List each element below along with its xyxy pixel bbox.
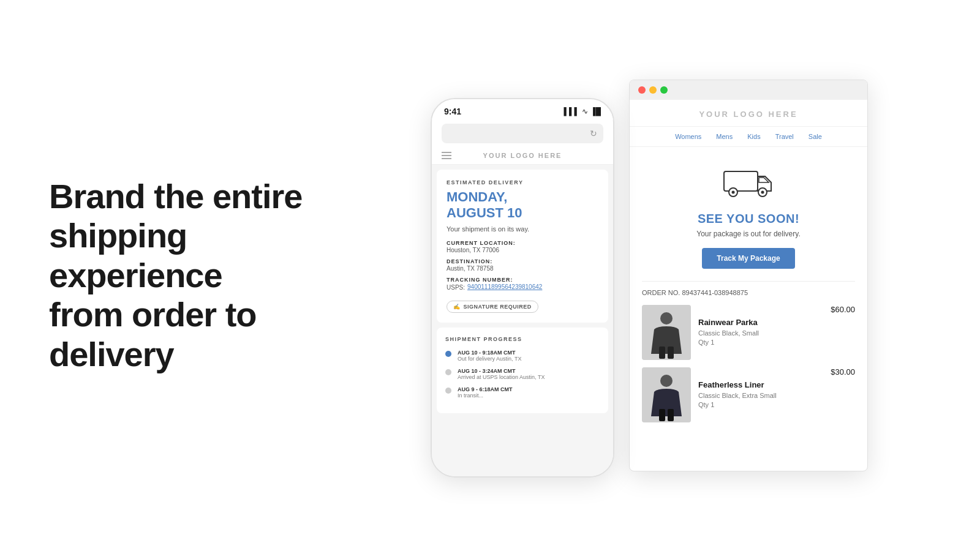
nav-womens[interactable]: Womens (675, 133, 701, 140)
progress-dot-2 (445, 369, 451, 375)
progress-item-1: AUG 10 - 9:18AM CMT Out for delivery Aus… (445, 350, 600, 362)
progress-item-2: AUG 10 - 3:24AM CMT Arrived at USPS loca… (445, 368, 600, 380)
progress-time-1: AUG 10 - 9:18AM CMT (458, 350, 521, 356)
tracking-card: ESTIMATED DELIVERY MONDAY, AUGUST 10 You… (437, 170, 608, 323)
wifi-icon: ∿ (582, 107, 588, 116)
phone-content: ESTIMATED DELIVERY MONDAY, AUGUST 10 You… (432, 165, 613, 476)
tracking-number[interactable]: 9400111899564239810642 (467, 283, 542, 290)
mockups-container: 9:41 ▌▌▌ ∿ ▐█ ↻ YOUR LOGO HERE ESTIMATED… (343, 73, 980, 478)
order-item-1-variant: Classic Black, Small Qty 1 (698, 329, 823, 348)
progress-item-3: AUG 9 - 6:18AM CMT In transit... (445, 386, 600, 399)
delivery-date: MONDAY, AUGUST 10 (447, 189, 598, 222)
headline-line3: from order to (49, 295, 257, 334)
phone-status-bar: 9:41 ▌▌▌ ∿ ▐█ (432, 99, 613, 120)
phone-time: 9:41 (444, 107, 461, 116)
svg-rect-8 (668, 347, 674, 359)
order-item-2-variant: Classic Black, Extra Small Qty 1 (698, 391, 823, 410)
browser-close-dot[interactable] (638, 86, 646, 94)
current-location-row: CURRENT LOCATION: Houston, TX 77006 (447, 240, 598, 253)
browser-nav: Womens Mens Kids Travel Sale (630, 127, 867, 147)
browser-expand-dot[interactable] (660, 86, 668, 94)
order-item-1: Rainwear Parka Classic Black, Small Qty … (642, 305, 855, 360)
nav-mens[interactable]: Mens (716, 133, 733, 140)
current-location-value: Houston, TX 77006 (447, 247, 598, 253)
nav-travel[interactable]: Travel (775, 133, 794, 140)
progress-desc-2: Arrived at USPS location Austin, TX (458, 374, 545, 380)
order-item-1-details: Rainwear Parka Classic Black, Small Qty … (698, 318, 823, 348)
progress-time-2: AUG 10 - 3:24AM CMT (458, 368, 545, 374)
truck-icon (721, 159, 776, 204)
destination-label: DESTINATION: (447, 258, 598, 264)
signal-icon: ▌▌▌ (564, 107, 579, 116)
progress-label: SHIPMENT PROGRESS (445, 336, 600, 342)
destination-row: DESTINATION: Austin, TX 78758 (447, 258, 598, 272)
left-section: Brand the entire shipping experience fro… (0, 177, 343, 374)
svg-rect-0 (724, 171, 758, 191)
phone-icons: ▌▌▌ ∿ ▐█ (564, 107, 601, 116)
order-item-2-details: Featherless Liner Classic Black, Extra S… (698, 380, 823, 410)
destination-value: Austin, TX 78758 (447, 265, 598, 272)
tracking-label: TRACKING NUMBER: (447, 277, 598, 283)
progress-desc-3: In transit... (458, 392, 513, 399)
refresh-icon[interactable]: ↻ (590, 129, 597, 138)
phone-nav: YOUR LOGO HERE (432, 148, 613, 165)
browser-logo: YOUR LOGO HERE (642, 110, 855, 119)
battery-icon: ▐█ (590, 107, 601, 116)
signature-label: SIGNATURE REQUIRED (464, 304, 532, 310)
shipment-status: Your shipment is on its way. (447, 225, 598, 233)
phone-logo: YOUR LOGO HERE (483, 152, 562, 159)
progress-time-3: AUG 9 - 6:18AM CMT (458, 386, 513, 392)
order-item-2-name: Featherless Liner (698, 380, 823, 389)
email-content: SEE YOU SOON! Your package is out for de… (630, 147, 867, 471)
browser-minimize-dot[interactable] (649, 86, 657, 94)
browser-mockup: YOUR LOGO HERE Womens Mens Kids Travel S… (629, 80, 868, 471)
order-item-1-image (642, 305, 691, 360)
see-you-soon: SEE YOU SOON! (698, 212, 799, 226)
signature-badge: ✍ SIGNATURE REQUIRED (447, 301, 538, 313)
svg-point-2 (732, 191, 735, 194)
browser-chrome (630, 80, 867, 100)
svg-rect-11 (659, 409, 665, 421)
svg-point-10 (660, 375, 673, 387)
svg-rect-7 (659, 347, 665, 359)
progress-dot-active (445, 351, 451, 357)
headline-line1: Brand the entire (49, 177, 302, 216)
svg-point-6 (660, 312, 673, 324)
browser-body: YOUR LOGO HERE Womens Mens Kids Travel S… (630, 100, 867, 471)
current-location-label: CURRENT LOCATION: (447, 240, 598, 246)
phone-search-bar[interactable]: ↻ (442, 124, 603, 143)
svg-rect-12 (668, 409, 674, 421)
headline: Brand the entire shipping experience fro… (49, 177, 343, 374)
headline-line2: shipping experience (49, 216, 222, 294)
nav-sale[interactable]: Sale (809, 133, 822, 140)
order-item-2: Featherless Liner Classic Black, Extra S… (642, 367, 855, 422)
signature-icon: ✍ (453, 304, 461, 310)
order-item-1-name: Rainwear Parka (698, 318, 823, 327)
headline-line4: delivery (49, 335, 174, 373)
track-package-button[interactable]: Track My Package (702, 248, 794, 269)
order-number: ORDER NO. 89437441-038948875 (642, 289, 748, 296)
order-item-2-price: $30.00 (831, 367, 855, 377)
progress-desc-1: Out for delivery Austin, TX (458, 356, 521, 362)
tracking-row: TRACKING NUMBER: USPS: 94001118995642398… (447, 277, 598, 291)
tracking-carrier: USPS: (447, 284, 465, 291)
order-item-1-price: $60.00 (831, 305, 855, 314)
nav-kids[interactable]: Kids (747, 133, 760, 140)
browser-header: YOUR LOGO HERE (630, 100, 867, 127)
svg-point-4 (761, 191, 764, 194)
order-divider (642, 281, 855, 282)
progress-dot-3 (445, 388, 451, 394)
phone-mockup: 9:41 ▌▌▌ ∿ ▐█ ↻ YOUR LOGO HERE ESTIMATED… (431, 98, 614, 478)
progress-card: SHIPMENT PROGRESS AUG 10 - 9:18AM CMT Ou… (437, 328, 608, 413)
package-out: Your package is out for delivery. (696, 230, 800, 238)
est-delivery-label: ESTIMATED DELIVERY (447, 179, 598, 186)
order-item-2-image (642, 367, 691, 422)
hamburger-icon[interactable] (442, 152, 451, 159)
